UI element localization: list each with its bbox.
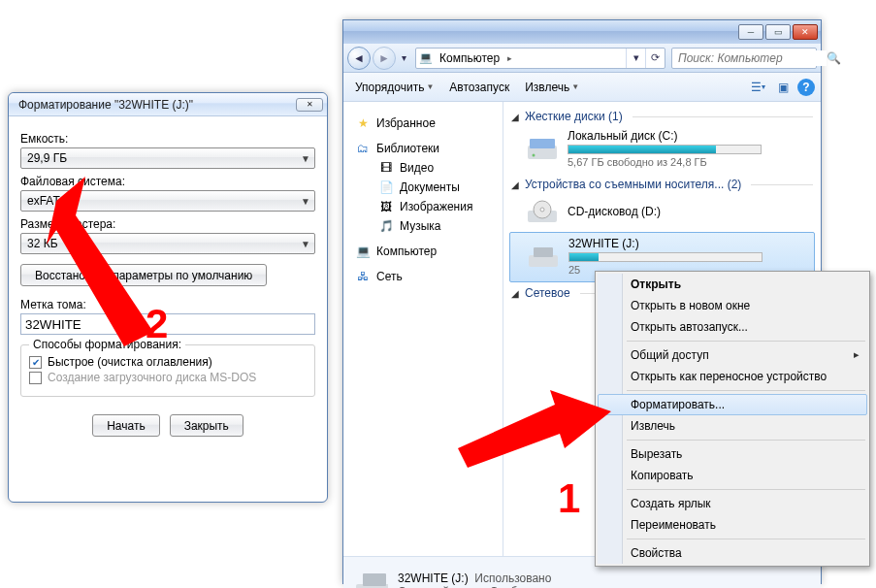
address-bar[interactable]: 💻 Компьютер ▸ ▾ ⟳: [415, 48, 665, 69]
chevron-down-icon: ▼: [301, 239, 310, 249]
search-input[interactable]: [676, 50, 827, 66]
quick-format-checkbox[interactable]: ✔ Быстрое (очистка оглавления): [29, 355, 307, 369]
chevron-down-icon: ▼: [426, 82, 434, 91]
network-icon: 🖧: [355, 269, 371, 284]
computer-icon: 💻: [416, 51, 436, 64]
sidebar-item-video[interactable]: 🎞Видео: [345, 158, 501, 178]
chevron-down-icon: ▼: [301, 153, 310, 164]
group-hard-disks[interactable]: ◢ Жесткие диски (1): [503, 106, 821, 125]
menu-autoplay[interactable]: Открыть автозапуск...: [598, 316, 867, 338]
menu-portable-device[interactable]: Открыть как переносное устройство: [598, 366, 867, 387]
checkbox-checked-icon: ✔: [29, 356, 42, 369]
format-dialog: Форматирование "32WHITE (J:)" ✕ Емкость:…: [8, 92, 328, 503]
sidebar-item-images[interactable]: 🖼Изображения: [345, 197, 501, 216]
capacity-combo[interactable]: 29,9 ГБ▼: [20, 147, 315, 169]
cluster-label: Размер кластера:: [20, 217, 315, 231]
space-bar-c: [568, 145, 762, 154]
organize-label: Упорядочить: [355, 81, 424, 94]
cdrom-icon: [525, 197, 560, 226]
dialog-titlebar[interactable]: Форматирование "32WHITE (J:)" ✕: [9, 93, 327, 116]
view-options-icon[interactable]: ☰▾: [747, 77, 768, 98]
address-dropdown-icon[interactable]: ▾: [626, 49, 645, 68]
annotation-number-2: 2: [146, 301, 168, 347]
autorun-button[interactable]: Автозапуск: [443, 79, 515, 96]
nav-bar: ◄ ► ▾ 💻 Компьютер ▸ ▾ ⟳ 🔍: [343, 44, 821, 73]
drive-context-menu: Открыть Открыть в новом окне Открыть авт…: [595, 271, 870, 567]
start-button[interactable]: Начать: [92, 414, 160, 437]
menu-open[interactable]: Открыть: [598, 274, 867, 295]
svg-rect-1: [530, 139, 555, 148]
cluster-combo[interactable]: 32 КБ▼: [20, 233, 315, 254]
menu-properties[interactable]: Свойства: [598, 542, 867, 564]
menu-cut[interactable]: Вырезать: [598, 443, 867, 465]
msdos-boot-checkbox: Создание загрузочного диска MS-DOS: [29, 371, 307, 384]
help-icon[interactable]: ?: [797, 79, 815, 96]
svg-point-5: [540, 208, 544, 212]
filesystem-combo[interactable]: exFAT▼: [20, 190, 315, 212]
search-icon: 🔍: [827, 51, 841, 65]
eject-button[interactable]: Извлечь▼: [519, 79, 585, 96]
hdd-icon: [525, 134, 560, 163]
sidebar-item-libraries[interactable]: 🗂Библиотеки: [345, 139, 501, 158]
close-button[interactable]: Закрыть: [170, 414, 243, 437]
minimize-button[interactable]: ─: [738, 24, 763, 40]
chevron-down-icon: ▼: [571, 82, 579, 91]
chevron-right-icon[interactable]: ▸: [504, 53, 515, 63]
refresh-icon[interactable]: ⟳: [645, 49, 665, 68]
menu-open-new-window[interactable]: Открыть в новом окне: [598, 295, 867, 316]
sidebar-item-music[interactable]: 🎵Музыка: [345, 216, 501, 236]
computer-icon: 💻: [355, 244, 371, 259]
explorer-toolbar: Упорядочить▼ Автозапуск Извлечь▼ ☰▾ ▣ ?: [343, 73, 821, 102]
maximize-button[interactable]: ▭: [765, 24, 791, 40]
menu-rename[interactable]: Переименовать: [598, 514, 867, 536]
menu-create-shortcut[interactable]: Создать ярлык: [598, 493, 867, 514]
svg-point-2: [533, 154, 535, 157]
checkbox-icon: [29, 372, 42, 384]
sidebar-item-favorites[interactable]: ★Избранное: [345, 114, 501, 133]
svg-rect-7: [534, 247, 553, 257]
back-button[interactable]: ◄: [347, 47, 371, 70]
image-icon: 🖼: [378, 199, 394, 214]
format-options-group: Способы форматирования: ✔ Быстрое (очист…: [20, 344, 315, 397]
filesystem-label: Файловая система:: [20, 175, 315, 188]
menu-eject[interactable]: Извлечь: [598, 415, 867, 437]
chevron-down-icon: ▼: [301, 196, 310, 207]
status-drive-name: 32WHITE (J:): [398, 572, 469, 585]
star-icon: ★: [355, 115, 371, 131]
search-box[interactable]: 🔍: [671, 48, 817, 69]
space-bar-j: [568, 252, 762, 262]
annotation-number-1: 1: [558, 475, 580, 522]
menu-share[interactable]: Общий доступ: [598, 344, 867, 366]
menu-format[interactable]: Форматировать...: [598, 394, 867, 415]
sidebar-item-computer[interactable]: 💻Компьютер: [345, 242, 501, 261]
close-button[interactable]: ✕: [296, 98, 323, 112]
menu-copy[interactable]: Копировать: [598, 465, 867, 486]
collapse-icon: ◢: [511, 112, 519, 122]
sidebar-item-network[interactable]: 🖧Сеть: [345, 267, 501, 286]
document-icon: 📄: [378, 180, 394, 195]
organize-menu[interactable]: Упорядочить▼: [349, 79, 439, 96]
svg-rect-9: [363, 573, 386, 586]
group-removable[interactable]: ◢ Устройства со съемными носителя... (2): [503, 174, 821, 193]
close-button[interactable]: ✕: [793, 24, 818, 40]
breadcrumb-computer[interactable]: Компьютер: [436, 51, 504, 65]
music-icon: 🎵: [378, 218, 394, 234]
collapse-icon: ◢: [511, 288, 519, 299]
removable-icon: [353, 571, 388, 588]
drive-local-c[interactable]: Локальный диск (C:) 5,67 ГБ свободно из …: [503, 125, 821, 174]
collapse-icon: ◢: [511, 180, 519, 190]
sidebar-item-documents[interactable]: 📄Документы: [345, 178, 501, 197]
forward-button[interactable]: ►: [373, 47, 396, 70]
removable-icon: [526, 242, 561, 271]
navigation-pane: ★Избранное 🗂Библиотеки 🎞Видео 📄Документы…: [343, 102, 503, 556]
history-dropdown-icon[interactable]: ▾: [398, 52, 409, 63]
explorer-titlebar[interactable]: ─ ▭ ✕: [343, 20, 821, 44]
preview-pane-icon[interactable]: ▣: [772, 77, 794, 98]
drive-cdrom-d[interactable]: CD-дисковод (D:): [503, 193, 821, 232]
restore-defaults-button[interactable]: Восстановить параметры по умолчанию: [20, 264, 267, 286]
capacity-label: Емкость:: [20, 132, 315, 146]
video-icon: 🎞: [378, 160, 394, 176]
libraries-icon: 🗂: [355, 141, 371, 156]
dialog-title: Форматирование "32WHITE (J:)": [18, 98, 193, 112]
